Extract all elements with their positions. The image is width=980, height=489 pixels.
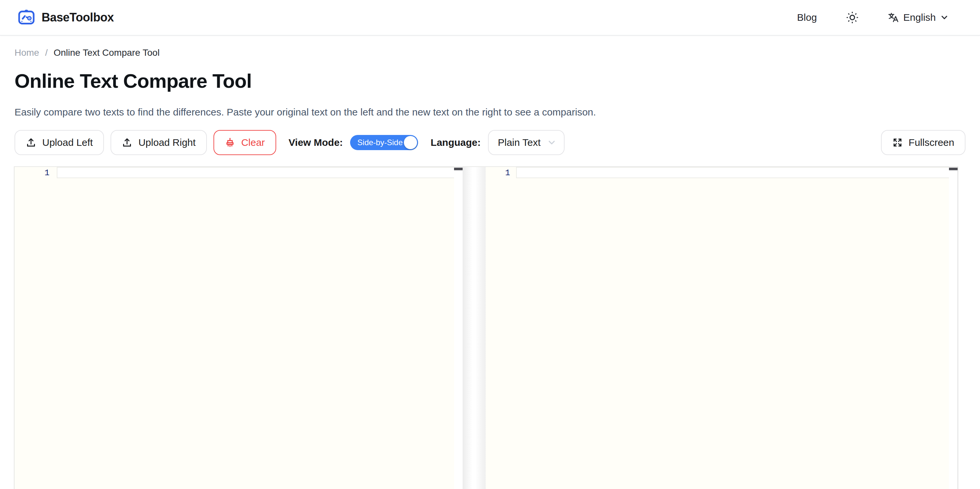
nav-link-blog[interactable]: Blog — [797, 12, 817, 23]
page-title: Online Text Compare Tool — [14, 69, 966, 93]
fullscreen-button[interactable]: Fullscreen — [881, 130, 966, 155]
app-header: BaseToolbox Blog — [0, 0, 980, 36]
breadcrumb-home[interactable]: Home — [14, 46, 39, 59]
view-mode-value: Side-by-Side — [357, 139, 402, 147]
language-select-value: Plain Text — [498, 137, 541, 148]
expand-icon — [892, 137, 903, 148]
toolbar: Upload Left Upload Right — [14, 130, 966, 155]
upload-left-button[interactable]: Upload Left — [14, 130, 104, 155]
language-select[interactable]: Plain Text — [488, 130, 565, 155]
theme-toggle-button[interactable] — [845, 10, 860, 25]
breadcrumb: Home / Online Text Compare Tool — [14, 46, 966, 59]
line-number: 1 — [486, 167, 516, 179]
view-mode-toggle[interactable]: Side-by-Side — [350, 135, 418, 150]
chevron-down-icon — [940, 14, 948, 21]
upload-right-button[interactable]: Upload Right — [111, 130, 207, 155]
broom-icon — [225, 137, 235, 148]
translate-icon — [888, 12, 899, 23]
split-sash[interactable] — [463, 167, 486, 489]
upload-icon — [26, 137, 36, 148]
line-number: 1 — [14, 167, 57, 179]
upload-icon — [122, 137, 132, 148]
main-content: Home / Online Text Compare Tool Online T… — [0, 46, 980, 155]
language-label: English — [904, 12, 936, 23]
upload-left-label: Upload Left — [42, 137, 93, 148]
fullscreen-label: Fullscreen — [909, 137, 954, 148]
breadcrumb-current: Online Text Compare Tool — [54, 46, 159, 59]
clear-label: Clear — [241, 137, 265, 148]
active-line-highlight — [57, 167, 463, 178]
toggle-knob — [404, 136, 417, 149]
editor-pane-right: 1 — [486, 167, 958, 489]
clear-button[interactable]: Clear — [213, 130, 276, 155]
editor-scrollbar[interactable] — [454, 167, 463, 489]
chevron-down-icon — [547, 138, 556, 147]
header-nav: Blog — [797, 10, 948, 25]
left-editor-text-area[interactable] — [14, 167, 463, 489]
overview-ruler-cursor-mark — [949, 167, 958, 170]
editor-pane-left: 1 — [14, 167, 463, 489]
right-editor-text-area[interactable] — [486, 167, 958, 489]
active-line-highlight — [516, 167, 958, 178]
overview-ruler-cursor-mark — [454, 167, 463, 170]
upload-right-label: Upload Right — [138, 137, 195, 148]
breadcrumb-separator: / — [45, 46, 48, 59]
compare-editors: 1 1 — [14, 166, 958, 489]
editor-scrollbar[interactable] — [949, 167, 958, 489]
language-select-label: Language: — [431, 137, 481, 148]
view-mode-label: View Mode: — [289, 137, 343, 148]
toolbox-icon — [18, 9, 35, 26]
page-description: Easily compare two texts to find the dif… — [14, 105, 966, 119]
brand-title: BaseToolbox — [41, 11, 114, 24]
sun-icon — [846, 11, 859, 24]
language-switcher[interactable]: English — [888, 12, 948, 23]
brand[interactable]: BaseToolbox — [18, 9, 114, 26]
